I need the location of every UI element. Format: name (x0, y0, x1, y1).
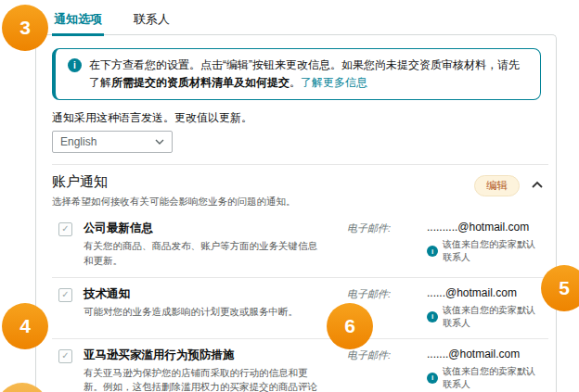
edit-account-notifications-button[interactable]: 编辑 (474, 175, 520, 196)
row-description: 有关您的商品、商品发布、账户等方面的业务关键信息和更新。 (84, 239, 321, 269)
language-label: 通知采用这种语言发送。更改值以更新。 (52, 110, 540, 126)
language-select[interactable]: English (52, 131, 173, 153)
default-contact-note: 该值来自您的卖家默认联系人 (443, 238, 543, 264)
info-icon: i (427, 246, 438, 257)
default-contact-note: 该值来自您的卖家默认联系人 (443, 304, 543, 330)
email-value: .......@hotmail.com (427, 348, 520, 362)
row-title: 技术通知 (84, 286, 321, 302)
info-banner: i 在下方查看您的设置。点击“编辑”按钮来更改信息。如果您尚未提交资质审核材料，… (52, 48, 541, 100)
row-title: 亚马逊买家滥用行为预防措施 (84, 348, 321, 363)
learn-more-link[interactable]: 了解更多信息 (301, 76, 367, 89)
info-icon: i (68, 58, 82, 72)
default-contact-note: 该值来自您的卖家默认联系人 (443, 365, 543, 391)
banner-text-after: 。 (290, 76, 301, 89)
section-account-notifications-header: 账户通知 选择希望如何接收有关可能会影响您业务的问题的通知。 编辑 (36, 165, 556, 212)
notification-row-abuse-prevention: ✓ 亚马逊买家滥用行为预防措施 有关亚马逊为保护您的店铺而采取的行动的信息和更新… (36, 339, 556, 392)
checkmark-icon: ✓ (61, 223, 69, 234)
email-label: 电子邮件: (347, 348, 427, 362)
row-title: 公司最新信息 (84, 221, 321, 236)
checkmark-icon: ✓ (61, 350, 69, 360)
callout-badge-4: 4 (2, 303, 48, 349)
email-value: ......@hotmail.com (427, 286, 517, 301)
callout-badge-3: 3 (2, 5, 48, 51)
notification-row-company-news: ✓ 公司最新信息 有关您的商品、商品发布、账户等方面的业务关键信息和更新。 电子… (36, 212, 556, 277)
section-subtitle: 选择希望如何接收有关可能会影响您业务的问题的通知。 (52, 195, 474, 209)
info-icon: i (427, 373, 438, 384)
email-value: ..........@hotmail.com (427, 221, 529, 235)
banner-text-bold: 所需提交的资质材料清单及如何提交 (111, 76, 290, 89)
checkmark-icon: ✓ (61, 289, 69, 299)
checkbox-abuse-prevention[interactable]: ✓ (58, 349, 72, 363)
checkbox-company-news[interactable]: ✓ (58, 222, 72, 236)
tab-contacts[interactable]: 联系人 (132, 11, 172, 36)
row-description: 可能对您的业务造成影响的计划更改或服务中断。 (84, 305, 321, 320)
tab-bar: 通知选项 联系人 (52, 11, 172, 36)
row-description: 有关亚马逊为保护您的店铺而采取的行动的信息和更新。例如，这包括删除滥用权力的买家… (84, 366, 321, 392)
notification-settings-panel: i 在下方查看您的设置。点击“编辑”按钮来更改信息。如果您尚未提交资质审核材料，… (35, 34, 557, 392)
section-title: 账户通知 (52, 173, 474, 191)
info-icon: i (427, 311, 438, 322)
tab-notification-options[interactable]: 通知选项 (52, 11, 104, 36)
email-label: 电子邮件: (347, 221, 427, 235)
notification-row-technical: ✓ 技术通知 可能对您的业务造成影响的计划更改或服务中断。 电子邮件: ....… (36, 278, 556, 338)
language-select-value: English (60, 135, 96, 148)
chevron-up-icon[interactable] (532, 181, 543, 188)
email-label: 电子邮件: (347, 286, 427, 301)
chevron-down-icon (155, 139, 164, 145)
callout-badge-6: 6 (327, 303, 373, 349)
checkbox-technical[interactable]: ✓ (58, 288, 72, 302)
